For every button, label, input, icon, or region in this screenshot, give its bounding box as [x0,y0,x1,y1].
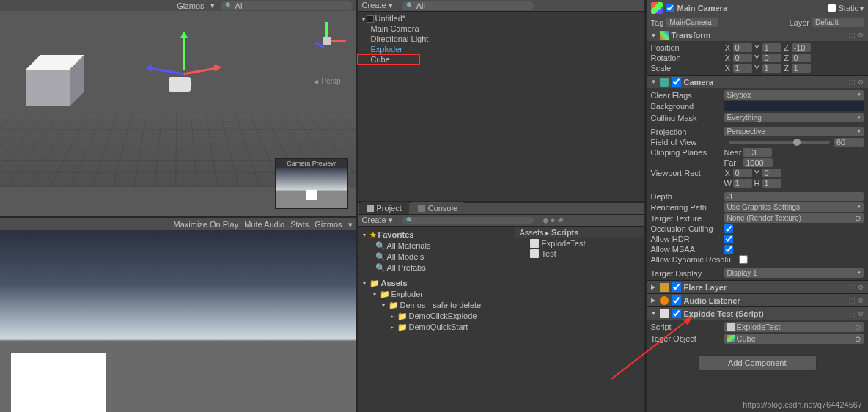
rot-x[interactable]: 0 [733,54,752,62]
project-search[interactable] [402,217,534,224]
component-menu-icon[interactable]: ⬚ ⚙ [849,284,864,291]
fav-all-prefabs[interactable]: 🔍All Prefabs [358,262,515,273]
assets-group[interactable]: ▾📁Assets [358,278,515,289]
gameobject-icon [651,2,663,14]
pos-x[interactable]: 0 [733,43,752,52]
rot-z[interactable]: 0 [792,54,811,62]
occlusion-checkbox[interactable] [724,224,733,233]
axis-gizmo[interactable] [308,22,345,59]
tager-object-ref[interactable]: Cube [724,334,864,344]
fold-icon[interactable]: ▼ [651,32,657,39]
fold-icon[interactable]: ▼ [651,78,657,85]
mute-audio[interactable]: Mute Audio [244,220,284,229]
script-file-icon [727,323,735,331]
component-menu-icon[interactable]: ⬚ ⚙ [849,78,864,86]
scene-view[interactable]: Persp Camera Preview [0,11,356,216]
scale-x[interactable]: 1 [733,64,752,73]
target-texture-field[interactable]: None (Render Texture) [724,213,864,223]
msaa-checkbox[interactable] [724,245,733,254]
component-camera: ▼Camera⬚ ⚙ Clear FlagsSkybox Background … [647,75,868,280]
vp-h[interactable]: 1 [762,179,781,188]
perspective-label[interactable]: Persp [314,77,340,85]
flare-icon [660,283,669,292]
fov-value[interactable]: 60 [834,138,864,147]
scene-cube[interactable] [26,62,70,106]
target-display-dropdown[interactable]: Display 1 [724,268,864,278]
component-menu-icon[interactable]: ⬚ ⚙ [849,310,864,317]
clear-flags-dropdown[interactable]: Skybox [724,90,864,100]
component-menu-icon[interactable]: ⬚ ⚙ [849,297,864,304]
folder-demo-quick[interactable]: ▸📁DemoQuickStart [358,322,515,333]
tab-console[interactable]: Console [411,202,465,214]
culling-mask-dropdown[interactable]: Everything [724,113,864,122]
favorites-group[interactable]: ▾★Favorites [358,229,515,240]
depth-value[interactable]: -1 [724,192,864,201]
hierarchy-item-directional-light[interactable]: Directional Light [358,34,644,44]
scene-search[interactable]: All [221,1,353,10]
pos-z[interactable]: -10 [792,43,811,52]
project-breadcrumb[interactable]: Assets ▸ Scripts [515,227,644,238]
tag-dropdown[interactable]: MainCamera [666,18,718,27]
pos-y[interactable]: 1 [762,43,781,52]
gizmos-dropdown[interactable]: Gizmos [177,1,204,10]
stats[interactable]: Stats [290,220,309,229]
hierarchy-create[interactable]: Create ▾ [362,1,393,10]
far-value[interactable]: 1000 [743,158,773,167]
add-component-button[interactable]: Add Component [698,355,817,371]
hierarchy-search[interactable]: All [402,1,534,10]
layer-dropdown[interactable]: Default [812,18,864,27]
folder-demos[interactable]: ▾📁Demos - safe to delete [358,300,515,311]
vp-w[interactable]: 1 [733,179,752,188]
component-flare-layer: ▶Flare Layer⬚ ⚙ [647,280,868,293]
star-icon: ★ [369,230,377,240]
project-tree[interactable]: ▾★Favorites 🔍All Materials 🔍All Models 🔍… [358,227,515,413]
maximize-on-play[interactable]: Maximize On Play [174,220,239,229]
tab-project[interactable]: Project [359,202,409,214]
vp-y[interactable]: 0 [762,169,781,177]
fold-icon[interactable]: ▶ [651,297,657,304]
scale-z[interactable]: 1 [792,64,811,73]
game-gizmos[interactable]: Gizmos [315,220,342,229]
game-view[interactable] [0,230,356,412]
asset-explodetest[interactable]: ExplodeTest [515,238,644,249]
project-create[interactable]: Create ▾ [362,216,393,225]
vp-x[interactable]: 0 [733,169,752,177]
fold-icon[interactable]: ▶ [651,284,657,290]
hdr-checkbox[interactable] [724,235,733,243]
background-color[interactable] [724,101,864,111]
near-value[interactable]: 0.3 [743,148,772,157]
layer-label: Layer [789,18,809,27]
gameobject-name[interactable]: Main Camera [677,4,825,12]
asset-test[interactable]: Test [515,249,644,259]
static-toggle[interactable]: Static ▾ [828,4,864,12]
rot-y[interactable]: 0 [762,54,781,62]
script-ref[interactable]: ExplodeTest [724,322,864,332]
fav-all-models[interactable]: 🔍All Models [358,251,515,262]
component-menu-icon[interactable]: ⬚ ⚙ [849,32,864,39]
hierarchy-item-cube[interactable]: Cube [358,54,419,65]
search-icon: 🔍 [375,252,386,262]
camera-enabled[interactable] [672,77,681,87]
dynres-checkbox[interactable] [739,255,748,264]
component-audio-listener: ▶Audio Listener⬚ ⚙ [647,293,868,306]
folder-demo-click[interactable]: ▸📁DemoClickExplode [358,311,515,322]
folder-exploder[interactable]: ▾📁Exploder [358,289,515,300]
fov-slider[interactable] [729,141,830,144]
game-cube [11,353,106,412]
audio-enabled[interactable] [672,295,681,305]
camera-gizmo-icon[interactable] [169,77,191,92]
projection-dropdown[interactable]: Perspective [724,127,864,136]
gameobject-active-checkbox[interactable] [666,4,674,12]
fav-all-materials[interactable]: 🔍All Materials [358,240,515,251]
scale-y[interactable]: 1 [762,64,781,73]
audio-icon [660,296,669,305]
hierarchy-item-exploder[interactable]: Exploder [358,44,644,54]
hierarchy-item-main-camera[interactable]: Main Camera [358,23,644,34]
project-filter-icons[interactable]: ◆ ● ★ [542,216,565,225]
rendering-path-dropdown[interactable]: Use Graphics Settings [724,202,864,212]
svg-marker-1 [683,317,692,325]
hierarchy-panel[interactable]: Untitled* Main Camera Directional Light … [358,12,644,201]
hierarchy-scene-root[interactable]: Untitled* [358,13,644,23]
tag-label: Tag [651,18,664,27]
flare-enabled[interactable] [672,282,681,292]
